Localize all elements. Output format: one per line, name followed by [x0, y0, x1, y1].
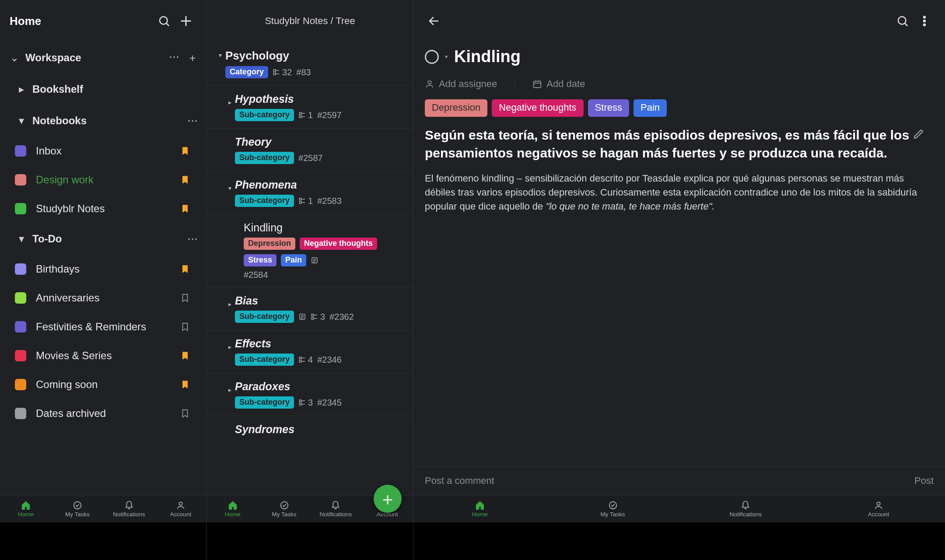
svg-point-41 [898, 17, 906, 24]
notebook-item[interactable]: Inbox [0, 136, 206, 165]
subcategory-tag: Sub-category [235, 354, 294, 366]
tree-item[interactable]: Kindling DepressionNegative thoughtsStre… [207, 214, 413, 287]
notebooks-section[interactable]: ▾ Notebooks ⋯ [0, 105, 206, 136]
tag[interactable]: Stress [588, 99, 629, 117]
nav-my tasks[interactable]: My Tasks [259, 496, 310, 522]
new-item-button[interactable] [175, 10, 197, 32]
svg-rect-30 [299, 357, 301, 359]
color-swatch [15, 408, 26, 419]
sidebar-header: Home [0, 0, 206, 42]
tree-item[interactable]: Theory Sub-category#2587 [207, 128, 413, 171]
todo-section[interactable]: ▾ To-Do ⋯ [0, 223, 206, 255]
nav-my tasks[interactable]: My Tasks [546, 496, 679, 522]
todo-item[interactable]: Dates archived [0, 399, 206, 428]
workspace-section[interactable]: ⌄ Workspace ⋯ ＋ [0, 42, 206, 74]
post-button[interactable]: Post [914, 475, 934, 486]
color-swatch [15, 292, 26, 304]
todo-item[interactable]: Festivities & Reminders [0, 312, 206, 341]
comment-input[interactable]: Post a comment [425, 475, 494, 486]
tree-item[interactable]: ▸ Paradoxes Sub-category3#2345 [207, 373, 413, 416]
nav-notifications[interactable]: Notifications [103, 496, 155, 522]
more-icon[interactable]: ⋯ [187, 115, 198, 127]
bookmark-icon[interactable] [178, 263, 192, 275]
nav-home[interactable]: Home [207, 496, 259, 522]
svg-point-52 [877, 502, 880, 505]
svg-point-45 [924, 24, 925, 26]
todo-label: Birthdays [36, 263, 178, 275]
tag[interactable]: Negative thoughts [492, 99, 583, 117]
bookmark-icon[interactable] [178, 145, 192, 157]
add-fab[interactable]: ＋ [374, 485, 402, 513]
svg-point-51 [609, 502, 616, 509]
notebook-item[interactable]: Studyblr Notes [0, 194, 206, 223]
color-swatch [15, 203, 26, 214]
color-swatch [15, 174, 26, 186]
chevron-down-icon[interactable]: ▾ [445, 53, 448, 60]
svg-point-5 [179, 502, 182, 505]
edit-icon[interactable] [914, 129, 924, 141]
complete-toggle[interactable] [425, 50, 439, 64]
page-title: Kindling [454, 47, 521, 66]
search-icon[interactable] [892, 10, 914, 32]
todo-label: Festivities & Reminders [36, 321, 178, 333]
svg-point-4 [74, 502, 81, 509]
bookshelf-section[interactable]: ▸ Bookshelf [0, 74, 206, 105]
nav-notifications[interactable]: Notifications [310, 496, 362, 522]
tree-item[interactable]: ▸ Hypothesis Sub-category1#2597 [207, 85, 413, 128]
sidebar-panel: Home ⌄ Workspace ⋯ ＋ ▸ Bookshelf [0, 0, 206, 560]
svg-rect-31 [299, 360, 301, 363]
svg-rect-15 [299, 202, 301, 204]
svg-rect-26 [312, 314, 314, 316]
chevron-right-icon: ▸ [16, 83, 27, 95]
todo-item[interactable]: Movies & Series [0, 341, 206, 370]
tree-header: Studyblr Notes / Tree [207, 0, 413, 42]
note-icon [298, 313, 306, 321]
nav-home[interactable]: Home [413, 496, 546, 522]
add-icon[interactable]: ＋ [187, 51, 198, 65]
nav-account[interactable]: Account [812, 496, 945, 522]
bookmark-icon[interactable] [178, 174, 192, 186]
chevron-down-icon: ⌄ [9, 52, 20, 64]
bookmark-icon[interactable] [178, 203, 192, 215]
children-count: 1 [298, 110, 313, 120]
subcategory-tag: Sub-category [235, 109, 294, 121]
tag: Pain [281, 254, 306, 266]
add-assignee-button[interactable]: Add assignee [425, 78, 497, 90]
tag: Negative thoughts [300, 238, 377, 250]
todo-item[interactable]: Birthdays [0, 255, 206, 284]
more-icon[interactable]: ⋯ [169, 51, 179, 65]
bookmark-icon[interactable] [178, 378, 192, 391]
nav-notifications[interactable]: Notifications [679, 496, 812, 522]
bookmark-icon[interactable] [178, 292, 192, 304]
tree-item-title: Hypothesis [235, 93, 406, 105]
notebook-label: Studyblr Notes [36, 203, 178, 215]
tree-item[interactable]: ▸ Effects Sub-category4#2346 [207, 330, 413, 373]
nav-home[interactable]: Home [0, 496, 52, 522]
nav-my tasks[interactable]: My Tasks [52, 496, 103, 522]
detail-header [413, 0, 945, 42]
tree-root[interactable]: ▾ Psychology Category 32 #83 [207, 42, 413, 85]
add-date-button[interactable]: Add date [514, 78, 585, 90]
tree-item[interactable]: Syndromes [207, 416, 413, 446]
svg-line-42 [905, 24, 908, 26]
svg-rect-10 [299, 112, 301, 115]
back-icon[interactable] [423, 10, 445, 32]
nav-account[interactable]: Account [155, 496, 206, 522]
tree-item[interactable]: ▾ Phenomena Sub-category1#2583 [207, 171, 413, 214]
bookmark-icon[interactable] [178, 321, 192, 333]
bookmark-icon[interactable] [178, 407, 192, 420]
svg-rect-27 [312, 318, 314, 320]
children-count: 3 [311, 312, 325, 322]
tree-item[interactable]: ▸ Bias Sub-category3#2362 [207, 287, 413, 330]
todo-item[interactable]: Anniversaries [0, 284, 206, 312]
children-count: 1 [298, 196, 313, 206]
todo-label: Dates archived [36, 407, 178, 420]
tag[interactable]: Pain [634, 99, 667, 117]
todo-item[interactable]: Coming soon [0, 370, 206, 399]
notebook-item[interactable]: Design work [0, 165, 206, 194]
more-icon[interactable]: ⋯ [187, 233, 198, 245]
more-vertical-icon[interactable] [914, 10, 935, 32]
tag[interactable]: Depression [425, 99, 487, 117]
bookmark-icon[interactable] [178, 350, 192, 362]
search-icon[interactable] [153, 10, 175, 32]
